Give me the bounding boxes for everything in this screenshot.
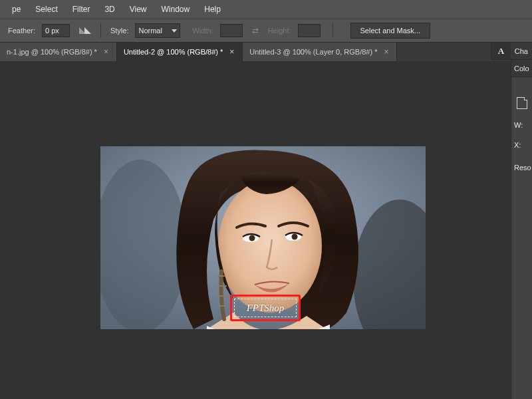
- new-document-icon[interactable]: [517, 97, 527, 109]
- menu-item-window[interactable]: Window: [155, 2, 197, 17]
- svg-point-5: [249, 235, 255, 241]
- menu-item-select[interactable]: Select: [29, 2, 64, 17]
- main-area: n-1.jpg @ 100% (RGB/8#) * × Untitled-2 @…: [0, 43, 532, 399]
- marquee-selection[interactable]: FPTShop: [234, 299, 297, 317]
- close-icon[interactable]: ×: [102, 47, 110, 57]
- height-input: [298, 24, 321, 37]
- resolution-label: Reso: [514, 164, 531, 172]
- close-icon[interactable]: ×: [382, 47, 390, 57]
- character-tab[interactable]: Cha: [511, 43, 532, 59]
- color-tab[interactable]: Colo: [514, 65, 529, 72]
- menu-item-filter[interactable]: Filter: [66, 2, 97, 17]
- document-tab[interactable]: Untitled-2 @ 100% (RGB/8#) * ×: [117, 43, 243, 61]
- options-bar: Feather: Style: Normal Width: ⇄ Height: …: [0, 19, 532, 43]
- watermark-text: FPTShop: [247, 303, 285, 314]
- document-tab[interactable]: Untitled-3 @ 100% (Layer 0, RGB/8#) * ×: [243, 43, 397, 61]
- feather-label: Feather:: [8, 27, 35, 35]
- divider: [332, 23, 333, 38]
- tab-label: Untitled-2 @ 100% (RGB/8#) *: [124, 48, 223, 56]
- swap-dimensions-icon: ⇄: [249, 26, 261, 35]
- svg-point-7: [292, 234, 298, 240]
- tab-label: Untitled-3 @ 100% (Layer 0, RGB/8#) *: [249, 48, 377, 56]
- width-readout-label: W:: [514, 121, 523, 129]
- menu-bar: pe Select Filter 3D View Window Help: [0, 0, 532, 19]
- menu-item-3d[interactable]: 3D: [98, 2, 121, 17]
- right-panel: Colo W: X: Reso: [511, 60, 532, 399]
- document-tab[interactable]: n-1.jpg @ 100% (RGB/8#) * ×: [0, 43, 117, 61]
- menu-item-view[interactable]: View: [123, 2, 154, 17]
- right-panel-tabs-top: A Cha: [491, 43, 532, 60]
- style-label: Style:: [110, 27, 129, 35]
- tab-label: n-1.jpg @ 100% (RGB/8#) *: [7, 48, 97, 56]
- width-input: [220, 24, 243, 37]
- x-readout-label: X:: [514, 141, 521, 149]
- menu-item-type[interactable]: pe: [5, 2, 27, 17]
- style-select[interactable]: Normal: [135, 23, 180, 38]
- character-panel-icon[interactable]: A: [491, 43, 511, 59]
- divider: [100, 23, 101, 38]
- workspace[interactable]: FPTShop: [0, 61, 511, 399]
- svg-point-3: [218, 180, 322, 313]
- document-tab-bar: n-1.jpg @ 100% (RGB/8#) * × Untitled-2 @…: [0, 43, 511, 61]
- menu-item-help[interactable]: Help: [198, 2, 227, 17]
- width-label: Width:: [192, 27, 213, 35]
- feather-input[interactable]: [42, 24, 70, 37]
- height-label: Height:: [268, 27, 291, 35]
- select-and-mask-button[interactable]: Select and Mask...: [350, 23, 431, 39]
- selection-highlight: FPTShop: [230, 295, 301, 321]
- close-icon[interactable]: ×: [228, 47, 235, 57]
- antialias-icon[interactable]: [79, 27, 91, 34]
- style-select-wrap: Normal: [135, 23, 180, 38]
